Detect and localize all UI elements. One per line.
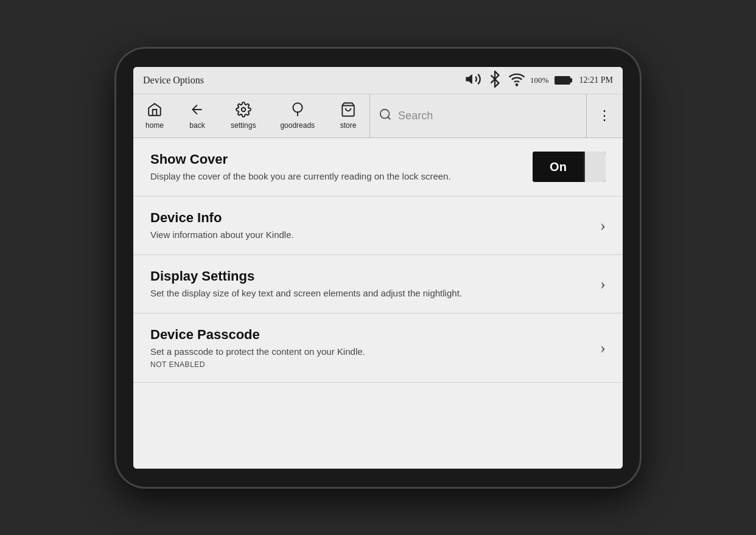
nav-settings[interactable]: settings — [219, 94, 268, 138]
menu-item-show-cover-left: Show Cover Display the cover of the book… — [150, 152, 533, 183]
device-info-title: Device Info — [150, 210, 588, 226]
more-icon: ⋮ — [598, 108, 612, 124]
navbar: home back settings — [133, 94, 623, 138]
search-placeholder: Search — [398, 110, 433, 122]
home-icon — [147, 102, 163, 120]
device-passcode-sub: NOT ENABLED — [150, 360, 588, 369]
menu-item-device-info-left: Device Info View information about your … — [150, 210, 600, 241]
toggle-on-label: On — [533, 152, 584, 182]
back-icon — [189, 102, 205, 120]
nav-goodreads[interactable]: goodreads — [268, 94, 327, 138]
search-bar[interactable]: Search — [369, 94, 587, 138]
toggle-off-area — [584, 152, 606, 182]
nav-back-label: back — [189, 121, 205, 130]
nav-goodreads-label: goodreads — [280, 121, 315, 130]
svg-point-1 — [516, 84, 517, 85]
battery-icon — [555, 76, 570, 85]
svg-point-5 — [380, 109, 390, 118]
menu-item-display-settings-left: Display Settings Set the display size of… — [150, 268, 600, 299]
status-bar: Device Options — [133, 67, 623, 94]
nav-home-label: home — [145, 121, 164, 130]
bluetooth-icon — [486, 71, 503, 90]
settings-icon — [236, 102, 251, 120]
store-icon — [340, 102, 356, 120]
nav-home[interactable]: home — [133, 94, 176, 138]
show-cover-title: Show Cover — [150, 152, 520, 167]
screen: Device Options — [133, 67, 623, 469]
show-cover-desc: Display the cover of the book you are cu… — [150, 170, 520, 183]
display-settings-title: Display Settings — [150, 268, 588, 284]
content-area: Show Cover Display the cover of the book… — [133, 138, 623, 469]
device-info-desc: View information about your Kindle. — [150, 228, 588, 241]
svg-line-6 — [388, 117, 390, 119]
svg-point-3 — [241, 108, 245, 112]
display-settings-desc: Set the display size of key text and scr… — [150, 287, 588, 299]
nav-store-label: store — [340, 121, 357, 130]
menu-item-device-passcode-left: Device Passcode Set a passcode to protec… — [150, 327, 600, 369]
more-button[interactable]: ⋮ — [587, 94, 623, 138]
search-icon — [379, 108, 392, 124]
wifi-icon — [508, 71, 525, 90]
device-passcode-title: Device Passcode — [150, 327, 588, 343]
menu-item-show-cover[interactable]: Show Cover Display the cover of the book… — [133, 138, 623, 197]
device-passcode-chevron: › — [600, 338, 606, 357]
page-title: Device Options — [143, 75, 204, 86]
toggle-switch[interactable]: On — [533, 152, 606, 182]
status-time: 12:21 PM — [579, 75, 613, 85]
battery-percent: 100% — [530, 75, 548, 85]
device-frame: Device Options — [116, 49, 640, 487]
nav-settings-label: settings — [231, 121, 256, 130]
volume-icon — [464, 71, 481, 90]
show-cover-toggle[interactable]: On — [533, 152, 606, 182]
svg-marker-0 — [466, 74, 472, 83]
nav-back[interactable]: back — [176, 94, 219, 138]
nav-store[interactable]: store — [327, 94, 369, 138]
display-settings-chevron: › — [600, 274, 606, 293]
device-info-chevron: › — [600, 215, 606, 235]
device-passcode-desc: Set a passcode to protect the content on… — [150, 345, 588, 358]
menu-item-display-settings[interactable]: Display Settings Set the display size of… — [133, 255, 623, 313]
goodreads-icon — [290, 102, 306, 120]
status-icons: 100% 12:21 PM — [464, 71, 613, 90]
menu-item-device-info[interactable]: Device Info View information about your … — [133, 197, 623, 255]
menu-item-device-passcode[interactable]: Device Passcode Set a passcode to protec… — [133, 313, 623, 383]
